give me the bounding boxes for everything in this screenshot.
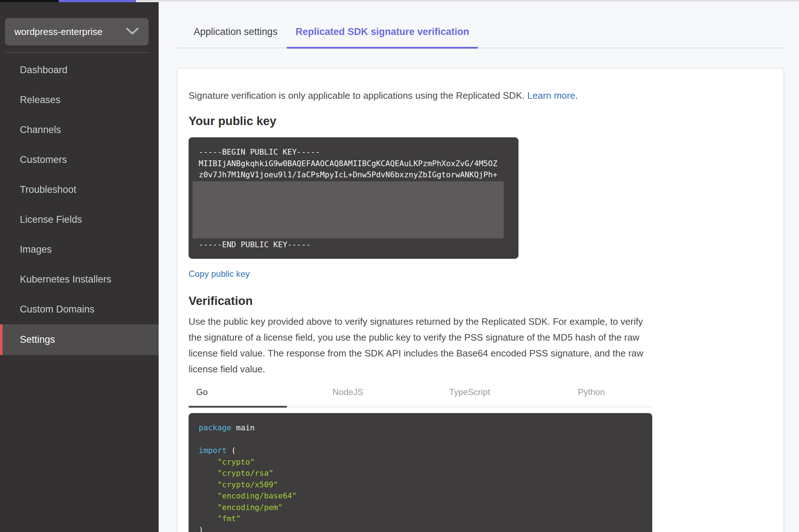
language-tabbar: Go NodeJS TypeScript Python <box>189 387 652 407</box>
vendor-portal-page: wordpress-enterprise Dashboard Releases … <box>0 0 799 532</box>
app-selector-dropdown[interactable]: wordpress-enterprise <box>5 18 149 45</box>
sidebar-item-images[interactable]: Images <box>0 235 159 265</box>
code-line-blank <box>199 434 642 445</box>
code-token: "fmt" <box>199 514 241 523</box>
verification-heading: Verification <box>189 294 783 308</box>
code-line: package main <box>199 422 642 434</box>
app-selector-value: wordpress-enterprise <box>14 26 102 37</box>
chevron-down-icon <box>126 26 138 37</box>
code-token: "encoding/base64" <box>199 491 297 500</box>
sidebar-item-releases[interactable]: Releases <box>0 85 159 115</box>
code-token: import <box>199 446 227 455</box>
top-edge-strip <box>0 0 799 2</box>
sidebar-item-channels[interactable]: Channels <box>0 115 159 145</box>
code-line: "crypto/rsa" <box>199 467 642 479</box>
settings-tabbar: Application settings Replicated SDK sign… <box>177 2 784 48</box>
public-key-block: -----BEGIN PUBLIC KEY----- MIIBIjANBgkqh… <box>189 137 518 259</box>
code-line: import ( <box>199 445 642 456</box>
learn-more-link[interactable]: Learn more <box>527 90 575 101</box>
tab-go[interactable]: Go <box>189 387 287 407</box>
tab-python[interactable]: Python <box>530 387 652 407</box>
code-line: ) <box>199 524 642 532</box>
copy-public-key-link[interactable]: Copy public key <box>189 269 250 279</box>
sidebar-divider <box>5 52 149 53</box>
code-line: "encoding/base64" <box>199 490 642 502</box>
public-key-line: -----BEGIN PUBLIC KEY----- <box>199 146 508 158</box>
sidebar-item-settings[interactable]: Settings <box>0 324 159 355</box>
sidebar-item-troubleshoot[interactable]: Troubleshoot <box>0 175 159 205</box>
public-key-heading: Your public key <box>189 114 783 128</box>
top-strip-purple-segment <box>59 0 136 2</box>
verification-description: Use the public key provided above to ver… <box>189 314 657 377</box>
code-line: "crypto/x509" <box>199 479 642 491</box>
sidebar-item-kubernetes-installers[interactable]: Kubernetes Installers <box>0 265 159 294</box>
code-token: ( <box>227 446 236 455</box>
tab-replicated-sdk-signature-verification[interactable]: Replicated SDK signature verification <box>287 26 478 48</box>
public-key-line: MIIBIjANBgkqhkiG9w0BAQEFAAOCAQ8AMIIBCgKC… <box>199 158 508 169</box>
code-line: "fmt" <box>199 513 642 524</box>
sidebar-item-custom-domains[interactable]: Custom Domains <box>0 294 159 324</box>
code-token: "crypto" <box>199 457 255 466</box>
code-token: "crypto/x509" <box>199 480 278 489</box>
main-content: Application settings Replicated SDK sign… <box>159 2 799 532</box>
tab-nodejs[interactable]: NodeJS <box>287 387 409 407</box>
sidebar-nav: Dashboard Releases Channels Customers Tr… <box>0 55 159 355</box>
sidebar-item-license-fields[interactable]: License Fields <box>0 205 159 235</box>
tab-typescript[interactable]: TypeScript <box>409 387 531 407</box>
sidebar-item-dashboard[interactable]: Dashboard <box>0 55 159 85</box>
sidebar: wordpress-enterprise Dashboard Releases … <box>0 2 159 532</box>
code-token: package <box>199 423 231 432</box>
code-token: "encoding/pem" <box>199 503 283 512</box>
code-line: "crypto" <box>199 456 642 468</box>
code-token: ) <box>199 526 203 532</box>
redacted-key-region <box>193 181 504 238</box>
top-strip-black-segment <box>0 0 59 2</box>
sidebar-item-customers[interactable]: Customers <box>0 145 159 175</box>
intro-text-before: Signature verification is only applicabl… <box>189 90 527 101</box>
code-token: main <box>231 423 255 432</box>
intro-text: Signature verification is only applicabl… <box>189 89 783 102</box>
public-key-end-line: -----END PUBLIC KEY----- <box>199 239 508 251</box>
tab-application-settings[interactable]: Application settings <box>185 26 287 48</box>
code-line: "encoding/pem" <box>199 502 642 513</box>
intro-text-after: . <box>575 90 578 101</box>
public-key-line: z0v7Jh7M1NgV1joeu9l1/IaCPsMpyIcL+Dnw5Pdv… <box>199 169 508 181</box>
go-code-block: package main import ( "crypto" "crypto/r… <box>189 413 652 532</box>
code-token: "crypto/rsa" <box>199 469 273 478</box>
signature-verification-card: Signature verification is only applicabl… <box>177 68 784 532</box>
